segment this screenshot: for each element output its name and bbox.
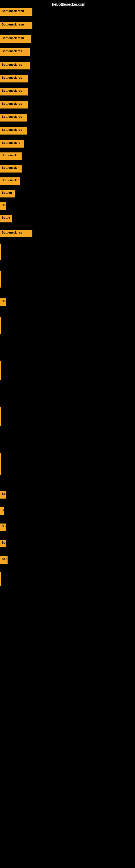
bottleneck-item-1[interactable]: Bottleneck resu xyxy=(0,8,32,16)
bottleneck-item-27[interactable]: B xyxy=(0,507,4,515)
bottleneck-item-4[interactable]: Bottleneck res xyxy=(0,48,30,56)
bottleneck-item-23[interactable] xyxy=(0,361,1,380)
bottleneck-item-14[interactable]: Bottleneck d xyxy=(0,177,20,185)
bottleneck-item-19[interactable] xyxy=(0,244,1,260)
bottleneck-item-5[interactable]: Bottleneck res xyxy=(0,62,30,69)
bottleneck-item-17[interactable]: Bottle xyxy=(0,215,12,222)
bottleneck-item-16[interactable]: Bo xyxy=(0,203,6,210)
bottleneck-item-8[interactable]: Bottleneck res xyxy=(0,101,28,108)
bottleneck-item-28[interactable]: Bo xyxy=(0,524,6,531)
bottleneck-item-24[interactable] xyxy=(0,407,1,426)
bottleneck-item-3[interactable]: Bottleneck resu xyxy=(0,35,31,43)
bottleneck-item-29[interactable]: Bo xyxy=(0,540,6,547)
bottleneck-item-26[interactable]: Bo xyxy=(0,491,6,499)
bottleneck-item-10[interactable]: Bottleneck res xyxy=(0,127,27,134)
bottleneck-item-21[interactable]: Bo xyxy=(0,299,6,306)
bottleneck-item-31[interactable] xyxy=(0,572,1,586)
bottleneck-item-20[interactable] xyxy=(0,271,1,287)
bottleneck-item-2[interactable]: Bottleneck resu xyxy=(0,22,32,29)
bottleneck-item-11[interactable]: Bottleneck re xyxy=(0,140,24,148)
bottleneck-item-6[interactable]: Bottleneck res xyxy=(0,75,28,83)
bottleneck-item-22[interactable] xyxy=(0,317,1,334)
bottleneck-item-25[interactable] xyxy=(0,453,1,475)
bottleneck-item-9[interactable]: Bottleneck res xyxy=(0,114,27,122)
bottleneck-item-13[interactable]: Bottleneck r xyxy=(0,165,21,173)
bottleneck-item-7[interactable]: Bottleneck res xyxy=(0,88,28,95)
bottleneck-item-15[interactable]: Bottlen xyxy=(0,190,15,197)
bottleneck-item-18[interactable]: Bottleneck res xyxy=(0,230,32,237)
bottleneck-item-12[interactable]: Bottleneck r xyxy=(0,152,21,160)
site-title: TheBottlenecker.com xyxy=(50,2,85,6)
bottleneck-item-30[interactable]: Bot xyxy=(0,556,8,564)
